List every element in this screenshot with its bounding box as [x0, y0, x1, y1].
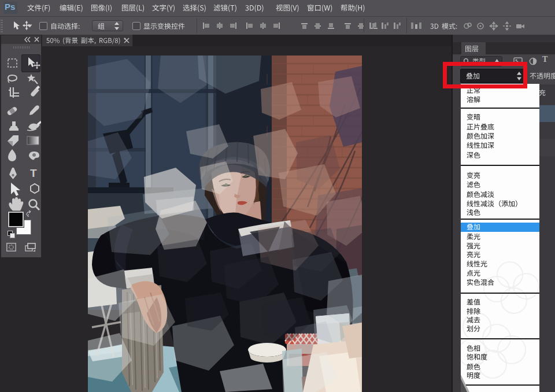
- svg-text:T: T: [30, 167, 37, 179]
